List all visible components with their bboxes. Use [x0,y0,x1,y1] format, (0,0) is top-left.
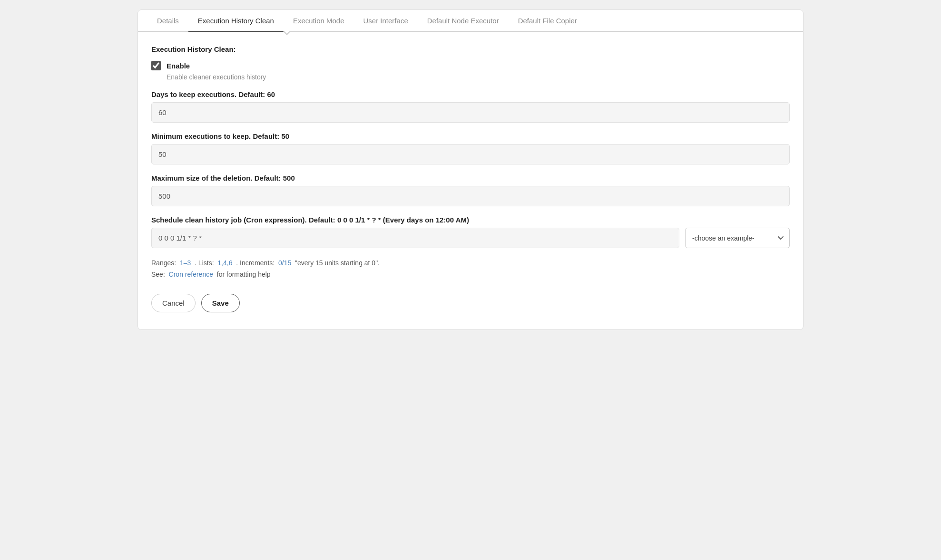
days-input[interactable] [151,102,790,123]
lists-example-link[interactable]: 1,4,6 [217,259,232,267]
cron-label: Schedule clean history job (Cron express… [151,216,790,224]
enable-checkbox[interactable] [151,61,161,70]
tab-bar: Details Execution History Clean Executio… [138,10,803,32]
max-size-label: Maximum size of the deletion. Default: 5… [151,174,790,182]
min-exec-input[interactable] [151,144,790,164]
button-row: Cancel Save [151,294,790,312]
cancel-button[interactable]: Cancel [151,294,196,312]
tab-user-interface[interactable]: User Interface [354,10,418,31]
days-field-group: Days to keep executions. Default: 60 [151,90,790,123]
cron-ref-suffix: for formatting help [217,270,271,278]
max-size-field-group: Maximum size of the deletion. Default: 5… [151,174,790,206]
cron-example-select[interactable]: -choose an example- Every minute Every h… [685,228,790,248]
cron-reference-link[interactable]: Cron reference [169,270,213,278]
cron-input[interactable] [151,228,679,248]
tab-details[interactable]: Details [147,10,188,31]
ranges-example-link[interactable]: 1–3 [180,259,191,267]
min-exec-label: Minimum executions to keep. Default: 50 [151,132,790,140]
tab-execution-history-clean[interactable]: Execution History Clean [188,10,284,31]
cron-row: -choose an example- Every minute Every h… [151,228,790,248]
ranges-label: Ranges: [151,259,176,267]
enable-label[interactable]: Enable [167,62,190,70]
cron-field-group: Schedule clean history job (Cron express… [151,216,790,248]
help-text: Ranges: 1–3 . Lists: 1,4,6 . Increments:… [151,258,790,280]
lists-label: Lists: [198,259,214,267]
increments-description: "every 15 units starting at 0". [295,259,380,267]
section-title: Execution History Clean: [151,45,790,53]
settings-card: Details Execution History Clean Executio… [137,10,804,330]
max-size-input[interactable] [151,186,790,206]
active-tab-indicator [283,31,291,35]
tab-default-node-executor[interactable]: Default Node Executor [418,10,509,31]
min-exec-field-group: Minimum executions to keep. Default: 50 [151,132,790,164]
enable-checkbox-row: Enable [151,61,790,70]
days-label: Days to keep executions. Default: 60 [151,90,790,98]
save-button[interactable]: Save [201,294,240,312]
tab-execution-mode[interactable]: Execution Mode [284,10,354,31]
enable-description: Enable cleaner executions history [167,73,790,81]
tab-default-file-copier[interactable]: Default File Copier [509,10,587,31]
main-content: Execution History Clean: Enable Enable c… [138,32,803,329]
see-label: See: [151,270,165,278]
increments-label: Increments: [240,259,274,267]
increments-example-link[interactable]: 0/15 [278,259,291,267]
